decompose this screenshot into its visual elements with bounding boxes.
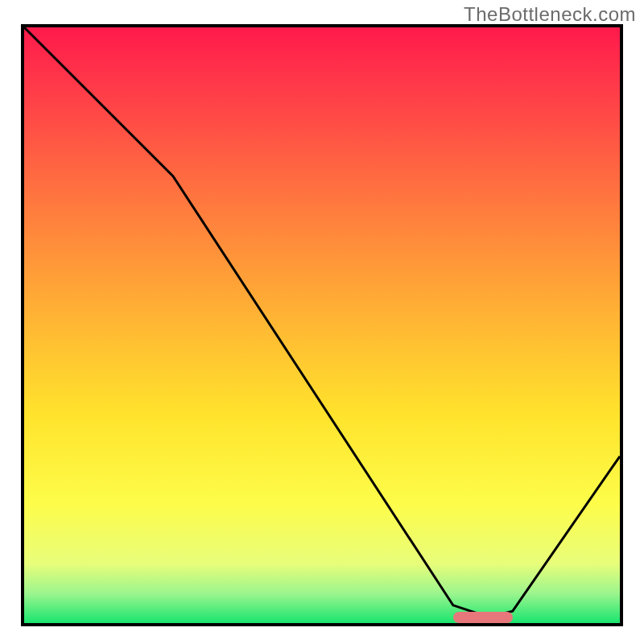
bottleneck-curve <box>24 27 620 623</box>
chart-wrapper: TheBottleneck.com <box>0 0 644 644</box>
plot-frame <box>21 24 623 626</box>
watermark-text: TheBottleneck.com <box>464 3 636 26</box>
optimal-range-marker <box>453 612 513 623</box>
plot-area <box>24 27 620 623</box>
